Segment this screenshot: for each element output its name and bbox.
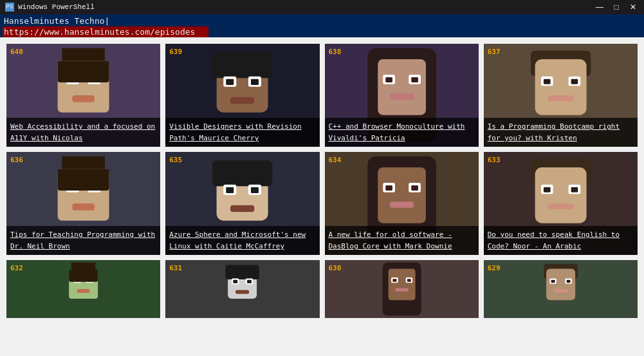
maximize-button[interactable]: □ [608,0,625,14]
svg-rect-81 [247,280,252,283]
svg-rect-22 [385,77,392,82]
svg-rect-60 [535,167,586,223]
episode-thumbnail [6,260,160,318]
episode-card[interactable]: 640 Web Accessibility and a focused on A… [6,44,160,147]
episode-overlay: Azure Sphere and Microsoft's new Linux w… [165,226,319,255]
svg-rect-64 [571,187,578,192]
svg-rect-73 [77,289,90,293]
episode-grid: 640 Web Accessibility and a focused on A… [6,44,638,318]
title-bar-controls: — □ ✕ [591,0,641,14]
svg-rect-98 [553,289,568,292]
svg-rect-82 [235,290,249,294]
svg-rect-23 [411,77,418,82]
episode-title: C++ and Browser Monoculture with Vivaldi… [329,122,465,142]
episode-card[interactable]: 634 A new life for old software - DasBlo… [325,152,479,255]
svg-rect-16 [230,97,254,104]
episode-card[interactable]: 636 Tips for Teaching Programming with D… [6,152,160,255]
episode-card[interactable]: 629 [484,260,638,318]
episode-thumbnail [325,260,479,318]
episode-card[interactable]: 632 [6,260,160,318]
svg-rect-57 [389,201,413,207]
minimize-button[interactable]: — [591,0,608,14]
episode-card[interactable]: 635 Azure Sphere and Microsoft's new Lin… [165,152,319,255]
address-bar: Hanselminutes Techno| https://www.hansel… [0,14,644,37]
content-area: 640 Web Accessibility and a focused on A… [0,37,644,356]
address-line1: Hanselminutes Techno| [3,15,644,26]
svg-rect-40 [72,203,95,211]
svg-rect-56 [411,185,418,191]
svg-rect-47 [226,187,234,193]
svg-rect-88 [392,279,396,282]
episode-number: 632 [10,264,23,272]
episode-card[interactable]: 638 C++ and Browser Monoculture with Viv… [325,44,479,147]
svg-rect-65 [547,203,573,209]
svg-rect-31 [571,79,578,84]
episode-card[interactable]: 637 Is a Programming Bootcamp right for … [484,44,638,147]
svg-rect-48 [251,187,259,193]
svg-rect-89 [407,279,410,282]
svg-rect-74 [69,270,98,282]
svg-rect-27 [535,59,586,115]
close-button[interactable]: ✕ [625,0,641,14]
svg-rect-19 [378,59,426,115]
svg-rect-90 [395,288,409,292]
title-bar-text: Windows PowerShell [18,3,95,11]
episode-overlay: Do you need to speak English to Code? No… [484,226,638,255]
title-bar: PS Windows PowerShell — □ ✕ [0,0,644,14]
episode-number: 636 [10,156,23,164]
svg-rect-97 [566,280,570,283]
episode-overlay: C++ and Browser Monoculture with Vivaldi… [325,118,479,147]
episode-thumbnail [484,260,638,318]
episode-title: A new life for old software - DasBlog Co… [329,230,452,250]
svg-rect-96 [551,280,555,283]
episode-card[interactable]: 631 [165,260,319,318]
powershell-icon: PS [5,3,14,12]
episode-number: 637 [488,48,501,56]
episode-number: 635 [169,156,182,164]
episode-overlay: Tips for Teaching Programming with Dr. N… [6,226,160,255]
svg-rect-11 [212,52,272,78]
svg-rect-93 [546,269,575,301]
episode-card[interactable]: 630 [325,260,479,318]
svg-rect-14 [226,79,234,85]
episode-number: 640 [10,48,23,56]
episode-number: 634 [329,156,342,164]
address-line2: https://www.hanselminutes.com/episodes [3,26,208,37]
episode-title: Is a Programming Bootcamp right for you?… [488,122,620,142]
svg-rect-15 [251,79,259,85]
svg-rect-24 [389,93,413,99]
episode-thumbnail [165,260,319,318]
episode-number: 633 [488,156,501,164]
svg-rect-41 [58,169,109,191]
svg-rect-32 [547,95,573,101]
episode-overlay: Web Accessibility and a focused on A11Y … [6,118,160,147]
episode-title: Web Accessibility and a focused on A11Y … [10,122,155,142]
svg-rect-55 [385,185,392,191]
episode-overlay: Is a Programming Bootcamp right for you?… [484,118,638,147]
episode-title: Visible Designers with Revision Path's M… [169,122,301,142]
episode-number: 631 [169,264,182,272]
svg-rect-52 [378,167,426,223]
svg-rect-8 [58,61,109,82]
powershell-window: Hanselminutes Techno| https://www.hansel… [0,14,644,356]
svg-rect-77 [226,265,260,280]
svg-rect-7 [72,95,95,102]
episode-title: Azure Sphere and Microsoft's new Linux w… [169,230,306,250]
svg-rect-80 [234,280,238,283]
svg-rect-30 [544,79,551,84]
svg-rect-44 [212,160,272,186]
episode-card[interactable]: 639 Visible Designers with Revision Path… [165,44,319,147]
svg-rect-49 [230,205,254,212]
svg-rect-63 [544,187,551,192]
episode-title: Do you need to speak English to Code? No… [488,230,620,250]
episode-number: 630 [329,264,342,272]
svg-rect-85 [388,269,415,301]
episode-number: 638 [329,48,342,56]
episode-number: 639 [169,48,182,56]
episode-number: 629 [488,264,501,272]
episode-overlay: Visible Designers with Revision Path's M… [165,118,319,147]
episode-overlay: A new life for old software - DasBlog Co… [325,226,479,255]
episode-card[interactable]: 633 Do you need to speak English to Code… [484,152,638,255]
title-bar-left: PS Windows PowerShell [5,3,95,12]
episode-title: Tips for Teaching Programming with Dr. N… [10,230,155,250]
